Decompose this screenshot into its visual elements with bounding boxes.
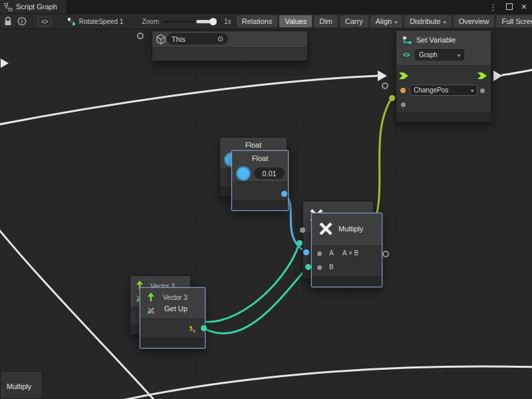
toolbar-button-align[interactable]: Align bbox=[370, 15, 402, 27]
graph-asset-icon bbox=[67, 17, 76, 26]
vector3-axes-icon bbox=[146, 305, 156, 316]
multiply-input-a-label: A bbox=[329, 249, 334, 257]
setvariable-wire-endpoint[interactable] bbox=[389, 95, 395, 101]
this-object-field[interactable]: This bbox=[167, 33, 228, 45]
kebab-menu-icon[interactable] bbox=[489, 1, 497, 13]
get-up-title: Get Up bbox=[164, 305, 188, 313]
maximize-icon[interactable] bbox=[506, 3, 513, 10]
vector3-output-type-icon bbox=[188, 325, 197, 333]
multiply-input-b-label: B bbox=[329, 263, 334, 271]
chevron-down-icon bbox=[468, 86, 473, 94]
multiply-input-a-port[interactable] bbox=[303, 249, 309, 255]
multiply-output-port-ring[interactable] bbox=[382, 251, 389, 257]
flow-input-port[interactable] bbox=[399, 72, 408, 80]
multiply-icon bbox=[318, 221, 334, 237]
float-back-title: Float bbox=[220, 141, 287, 149]
multiply-input-a-dot[interactable] bbox=[317, 251, 322, 256]
chevron-down-icon bbox=[455, 51, 460, 59]
toolbar-button-fullscreen[interactable]: Full Screen bbox=[496, 15, 532, 27]
script-graph-icon bbox=[4, 3, 13, 11]
toolbar-divider bbox=[32, 17, 33, 26]
get-up-output-port[interactable] bbox=[201, 325, 207, 331]
zoom-slider-fill bbox=[196, 20, 211, 23]
zoom-control: Zoom 1x bbox=[142, 18, 231, 25]
close-icon[interactable] bbox=[521, 1, 527, 13]
object-picker-icon[interactable] bbox=[217, 35, 223, 43]
float-output-port[interactable] bbox=[281, 191, 287, 197]
graph-toolbar: <> RotateSpeed 1 Zoom 1x Relations Value… bbox=[0, 13, 532, 29]
scope-dropdown[interactable]: Graph bbox=[415, 49, 464, 61]
window-controls bbox=[489, 0, 527, 13]
toolbar-buttons: Relations Values Dim Carry Align Distrib… bbox=[237, 15, 532, 27]
zoom-value: 1x bbox=[224, 18, 231, 25]
cube-icon bbox=[156, 34, 166, 45]
multiply-input-b-port[interactable] bbox=[305, 264, 311, 270]
zoom-slider-knob[interactable] bbox=[209, 18, 217, 25]
get-up-type: Vector 3 bbox=[163, 294, 188, 301]
graph-asset-name: RotateSpeed 1 bbox=[79, 18, 124, 25]
lock-icon[interactable] bbox=[4, 17, 12, 26]
toolbar-button-relations[interactable]: Relations bbox=[237, 15, 278, 27]
tab-title: Script Graph bbox=[16, 3, 57, 11]
set-variable-footer bbox=[396, 112, 491, 122]
get-up-node[interactable]: Vector 3 Get Up bbox=[140, 287, 205, 348]
set-variable-icon bbox=[402, 35, 412, 46]
toolbar-button-values[interactable]: Values bbox=[279, 15, 312, 27]
tab-script-graph[interactable]: Script Graph bbox=[0, 0, 66, 13]
set-variable-node[interactable]: Set Variable <> Graph ChangePos bbox=[396, 30, 491, 122]
variable-port[interactable] bbox=[400, 88, 406, 93]
chevron-down-icon bbox=[441, 17, 446, 25]
toolbar-button-carry[interactable]: Carry bbox=[340, 15, 368, 27]
multiply-back-input-b-port[interactable] bbox=[297, 240, 303, 246]
toolbar-button-overview[interactable]: Overview bbox=[454, 15, 495, 27]
float-value: 0.01 bbox=[262, 170, 276, 178]
zoom-label: Zoom bbox=[142, 18, 159, 25]
graph-scope-icon: <> bbox=[403, 51, 410, 59]
float-node[interactable]: Float 0.01 bbox=[231, 150, 289, 211]
this-node-port-ring[interactable] bbox=[137, 33, 144, 39]
corner-multiply-title: Multiply bbox=[7, 382, 31, 390]
tab-bar: Script Graph bbox=[0, 0, 532, 13]
chevron-down-icon bbox=[392, 17, 397, 25]
info-icon[interactable] bbox=[17, 17, 27, 26]
variable-dropdown-value: ChangePos bbox=[414, 86, 448, 94]
this-node[interactable]: This bbox=[152, 31, 308, 61]
toolbar-button-dim[interactable]: Dim bbox=[314, 15, 338, 27]
this-object-value: This bbox=[172, 35, 186, 43]
float-value-field[interactable]: 0.01 bbox=[254, 168, 285, 179]
get-up-icon bbox=[146, 292, 156, 303]
zoom-slider[interactable] bbox=[163, 21, 220, 23]
set-variable-title: Set Variable bbox=[416, 36, 456, 44]
corner-multiply-node[interactable]: Multiply bbox=[0, 371, 43, 399]
script-graph-window: This Set Variable <> Graph ChangePos bbox=[0, 0, 532, 399]
code-icon[interactable]: <> bbox=[38, 17, 51, 27]
float-icon bbox=[236, 166, 251, 181]
toolbar-button-distribute[interactable]: Distribute bbox=[404, 15, 451, 27]
value-input-port[interactable] bbox=[401, 102, 406, 107]
flow-output-port[interactable] bbox=[477, 72, 487, 80]
multiply-title: Multiply bbox=[338, 225, 363, 233]
multiply-back-input-a-port[interactable] bbox=[300, 227, 305, 233]
multiply-output-label: A × B bbox=[342, 249, 358, 257]
multiply-node[interactable]: Multiply A A × B B bbox=[311, 213, 382, 287]
variable-dropdown[interactable]: ChangePos bbox=[410, 84, 477, 96]
setvariable-left-ring[interactable] bbox=[382, 82, 388, 89]
multiply-input-b-dot[interactable] bbox=[317, 265, 322, 270]
scope-dropdown-value: Graph bbox=[419, 51, 438, 59]
float-title: Float bbox=[232, 154, 288, 162]
value-output-port[interactable] bbox=[480, 88, 485, 93]
graph-asset[interactable]: RotateSpeed 1 bbox=[67, 17, 124, 26]
